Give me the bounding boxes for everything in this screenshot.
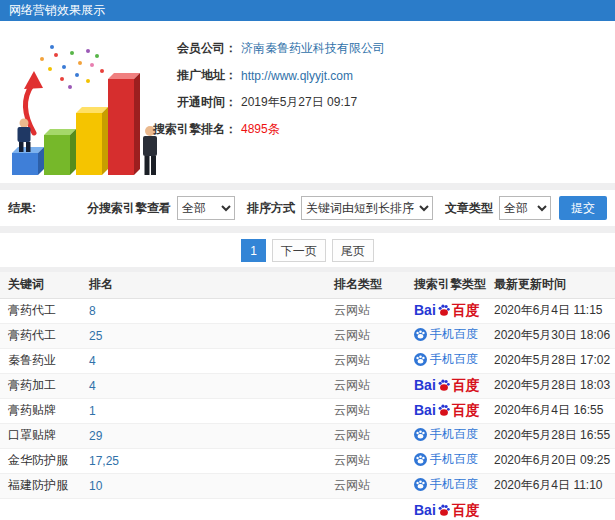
baidu-logo-text: Bai xyxy=(414,303,436,317)
engine-cell: 手机百度 xyxy=(410,448,490,473)
time-cell: 2020年5月30日 18:06 xyxy=(490,323,615,348)
rank-cell[interactable]: 25 xyxy=(85,323,330,348)
engine-cell: 手机百度 xyxy=(410,323,490,348)
baidu-logo-cn: 百度 xyxy=(452,403,480,417)
rank-cell[interactable]: 17,25 xyxy=(85,448,330,473)
time-cell: 2020年6月20日 09:25 xyxy=(490,448,615,473)
last-page-button[interactable]: 尾页 xyxy=(332,239,374,262)
member-company-link[interactable]: 济南秦鲁药业科技有限公司 xyxy=(241,40,385,57)
mobile-baidu-icon xyxy=(414,428,427,441)
baidu-logo-cn: 百度 xyxy=(452,503,480,517)
baidu-logo-cn: 百度 xyxy=(452,303,480,317)
rank-type-cell: 云网站 xyxy=(330,323,410,348)
bar-red xyxy=(108,73,140,175)
open-time-value: 2019年5月27日 09:17 xyxy=(241,94,357,111)
rank-type-cell: 云网站 xyxy=(330,473,410,498)
profile-fields: 会员公司： 济南秦鲁药业科技有限公司 推广地址： http://www.qlyy… xyxy=(137,35,385,143)
mobile-baidu-label: 手机百度 xyxy=(430,353,478,365)
open-time-row: 开通时间： 2019年5月27日 09:17 xyxy=(137,89,385,116)
keyword-cell: 福建防护服 xyxy=(0,473,85,498)
time-cell: 2020年5月28日 16:55 xyxy=(490,423,615,448)
rank-type-cell: 云网站 xyxy=(330,398,410,423)
rank-type-cell xyxy=(330,498,410,520)
rank-cell[interactable]: 1 xyxy=(85,398,330,423)
keyword-cell: 口罩贴牌 xyxy=(0,423,85,448)
keyword-cell: 膏药贴牌 xyxy=(0,398,85,423)
time-cell: 2020年6月4日 16:55 xyxy=(490,398,615,423)
engine-cell: Bai 百度 xyxy=(410,398,490,423)
baidu-logo: Bai 百度 xyxy=(414,378,480,392)
baidu-logo: Bai 百度 xyxy=(414,403,480,417)
promotion-url-link[interactable]: http://www.qlyyjt.com xyxy=(241,69,353,83)
time-cell: 2020年6月4日 11:10 xyxy=(490,473,615,498)
open-time-label: 开通时间： xyxy=(137,94,237,111)
mobile-baidu-logo: 手机百度 xyxy=(414,453,478,466)
table-row: Bai 百度 xyxy=(0,498,615,520)
rank-cell[interactable]: 29 xyxy=(85,423,330,448)
table-row: 膏药代工 8 云网站 Bai 百度 2020年6月4日 11:15 xyxy=(0,298,615,323)
bar-green xyxy=(44,129,76,175)
rank-cell[interactable]: 10 xyxy=(85,473,330,498)
table-row: 膏药贴牌 1 云网站 Bai 百度 2020年6月4日 16:55 xyxy=(0,398,615,423)
rank-cell[interactable]: 4 xyxy=(85,348,330,373)
engine-cell: 手机百度 xyxy=(410,473,490,498)
bar-yellow xyxy=(76,107,108,175)
rank-count-label: 搜索引擎排名： xyxy=(137,121,237,138)
engine-cell: 手机百度 xyxy=(410,423,490,448)
filter-controls: 分搜索引擎查看 全部 排序方式 关键词由短到长排序 文章类型 全部 提交 xyxy=(81,196,607,220)
mobile-baidu-label: 手机百度 xyxy=(430,478,478,490)
baidu-logo: Bai 百度 xyxy=(414,303,480,317)
mobile-baidu-logo: 手机百度 xyxy=(414,353,478,366)
mobile-baidu-icon xyxy=(414,353,427,366)
keyword-cell: 膏药代工 xyxy=(0,323,85,348)
page-1-button[interactable]: 1 xyxy=(241,239,266,262)
confetti-dots xyxy=(40,45,104,89)
time-cell xyxy=(490,498,615,520)
sort-label: 排序方式 xyxy=(247,200,295,217)
engine-cell: Bai 百度 xyxy=(410,298,490,323)
table-row: 口罩贴牌 29 云网站 手机百度 2020年5月28日 16:55 xyxy=(0,423,615,448)
rank-type-cell: 云网站 xyxy=(330,448,410,473)
rank-cell[interactable]: 4 xyxy=(85,373,330,398)
keyword-cell: 秦鲁药业 xyxy=(0,348,85,373)
keyword-column-header: 关键词 xyxy=(0,272,85,298)
keyword-cell: 金华防护服 xyxy=(0,448,85,473)
sort-select[interactable]: 关键词由短到长排序 xyxy=(301,196,433,220)
baidu-logo-text: Bai xyxy=(414,403,436,417)
table-row: 膏药代工 25 云网站 手机百度 2020年5月30日 18:06 xyxy=(0,323,615,348)
article-type-select[interactable]: 全部 xyxy=(499,196,551,220)
rank-cell[interactable] xyxy=(85,498,330,520)
result-label: 结果: xyxy=(8,200,36,217)
baidu-logo-cn: 百度 xyxy=(452,378,480,392)
promotion-url-row: 推广地址： http://www.qlyyjt.com xyxy=(137,62,385,89)
engine-filter-select[interactable]: 全部 xyxy=(177,196,235,220)
baidu-paw-icon xyxy=(437,403,451,417)
table-row: 福建防护服 10 云网站 手机百度 2020年6月4日 11:10 xyxy=(0,473,615,498)
table-row: 金华防护服 17,25 云网站 手机百度 2020年6月20日 09:25 xyxy=(0,448,615,473)
table-row: 膏药加工 4 云网站 Bai 百度 2020年5月28日 18:03 xyxy=(0,373,615,398)
page-title: 网络营销效果展示 xyxy=(9,3,105,17)
rank-column-header: 排名 xyxy=(85,272,330,298)
promotion-url-label: 推广地址： xyxy=(137,67,237,84)
engine-type-column-header: 搜索引擎类型 xyxy=(410,272,490,298)
mobile-baidu-label: 手机百度 xyxy=(430,453,478,465)
rank-cell[interactable]: 8 xyxy=(85,298,330,323)
baidu-logo-text: Bai xyxy=(414,503,436,517)
mobile-baidu-icon xyxy=(414,328,427,341)
submit-button[interactable]: 提交 xyxy=(559,196,607,220)
engine-cell: 手机百度 xyxy=(410,348,490,373)
keyword-cell xyxy=(0,498,85,520)
mobile-baidu-logo: 手机百度 xyxy=(414,328,478,341)
rank-type-cell: 云网站 xyxy=(330,423,410,448)
article-type-label: 文章类型 xyxy=(445,200,493,217)
time-cell: 2020年6月4日 11:15 xyxy=(490,298,615,323)
rank-type-cell: 云网站 xyxy=(330,298,410,323)
mobile-baidu-icon xyxy=(414,478,427,491)
engine-filter-label: 分搜索引擎查看 xyxy=(87,200,171,217)
time-cell: 2020年5月28日 17:02 xyxy=(490,348,615,373)
profile-section: 会员公司： 济南秦鲁药业科技有限公司 推广地址： http://www.qlyy… xyxy=(0,21,615,183)
keyword-cell: 膏药加工 xyxy=(0,373,85,398)
member-company-row: 会员公司： 济南秦鲁药业科技有限公司 xyxy=(137,35,385,62)
time-cell: 2020年5月28日 18:03 xyxy=(490,373,615,398)
next-page-button[interactable]: 下一页 xyxy=(272,239,326,262)
